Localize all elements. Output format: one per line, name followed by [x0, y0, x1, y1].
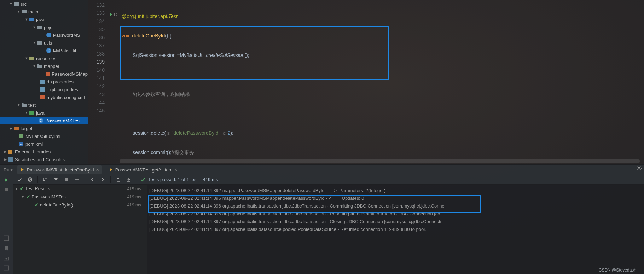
code-editor[interactable]: 132 133 134 135 136 137 138 139 140 141 …	[88, 0, 644, 164]
test-node-label: Test Results	[25, 186, 50, 191]
inspect-icon[interactable]	[3, 265, 10, 271]
todo-icon[interactable]	[3, 235, 10, 241]
tree-label: MyBatisStudy.iml	[25, 134, 60, 139]
tree-node-target[interactable]: ▶ target	[0, 124, 88, 132]
tree-node-extlib[interactable]: ▶ External Libraries	[0, 148, 88, 156]
override-icon	[114, 13, 117, 16]
test-folder-icon	[29, 110, 35, 116]
test-root[interactable]: ▼✔Test Results 419 ms	[13, 185, 147, 193]
skip-button[interactable]	[25, 176, 35, 183]
bookmark-icon[interactable]	[3, 245, 10, 251]
svg-rect-25	[4, 236, 9, 241]
tree-node-java-test[interactable]: ▼ java	[0, 109, 88, 117]
code-body[interactable]: @org.junit.jupiter.api.Test void deleteO…	[122, 2, 249, 164]
run-tab-label: PasswordMSTest.getAllItem	[115, 167, 173, 173]
tree-label: main	[28, 9, 38, 14]
maven-icon: m	[18, 141, 24, 147]
tree-node-iml[interactable]: MyBatisStudy.iml	[0, 132, 88, 140]
tree-label: utils	[44, 40, 52, 46]
xml-icon	[45, 71, 50, 77]
tree-node-resources[interactable]: ▼ resources	[0, 54, 88, 62]
check-button[interactable]	[15, 176, 24, 183]
scratches-icon	[8, 157, 13, 162]
editor-scrollbar[interactable]	[120, 159, 640, 163]
tree-node-mybatisconfig[interactable]: mybatis-config.xml	[0, 93, 88, 101]
tree-node-passwordmstest[interactable]: C PasswordMSTest	[0, 117, 88, 124]
rerun-button[interactable]	[2, 176, 10, 184]
properties-icon	[40, 79, 45, 84]
run-panel-header: Run: PasswordMSTest.deleteOneById × Pass…	[0, 165, 644, 175]
tree-node-main[interactable]: ▼ main	[0, 8, 88, 16]
tree-node-pojo[interactable]: ▼ pojo	[0, 23, 88, 31]
tree-label: Scratches and Consoles	[15, 157, 65, 162]
tests-status: Tests passed: 1 of 1 test – 419 ms	[148, 177, 218, 182]
annotation: @org.junit.jupiter.api.	[122, 13, 168, 19]
tree-node-java[interactable]: ▼ java	[0, 16, 88, 23]
class-icon: C	[38, 118, 44, 123]
folder-icon	[21, 9, 27, 14]
tree-node-passwordms[interactable]: C PasswordMS	[0, 31, 88, 39]
tree-label: java	[36, 17, 45, 22]
comment: //提交事务	[172, 150, 194, 155]
tree-label: log4j.properties	[47, 87, 78, 92]
console-output[interactable]: [DEBUG] 2023-08-22 02:41:14,892 mapper.P…	[147, 185, 644, 274]
tree-label: PasswordMSMap	[52, 71, 88, 77]
folder-icon	[37, 63, 42, 69]
filter-button[interactable]	[51, 176, 60, 183]
tree-node-log4jprops[interactable]: log4j.properties	[0, 86, 88, 93]
svg-point-18	[114, 13, 117, 16]
console-text: [DEBUG] 2023-08-22 02:41:14,892 mapper.P…	[149, 187, 642, 233]
run-gutter-icon[interactable]	[109, 12, 113, 17]
tree-label: resources	[36, 56, 56, 61]
tree-node-mybatisutil[interactable]: C MyBatisUtil	[0, 47, 88, 54]
tree-label: External Libraries	[15, 149, 51, 155]
run-label: Run:	[4, 167, 13, 173]
folder-icon	[13, 1, 19, 7]
next-button[interactable]	[98, 176, 108, 183]
test-time: 419 ms	[127, 186, 141, 191]
expand-button[interactable]	[62, 176, 71, 183]
svg-rect-7	[40, 95, 45, 99]
svg-marker-19	[21, 168, 24, 171]
tree-node-scratches[interactable]: ▶ Scratches and Consoles	[0, 156, 88, 163]
export-button[interactable]	[114, 176, 123, 183]
tree-label: pojo	[44, 25, 53, 30]
gutter-icons	[109, 0, 121, 18]
tree-node-mapper[interactable]: ▼ mapper	[0, 62, 88, 70]
tree-node-dbprops[interactable]: db.properties	[0, 78, 88, 86]
collapse-button[interactable]	[72, 176, 82, 183]
test-tree[interactable]: ▼✔Test Results 419 ms ▼✔PasswordMSTest 4…	[13, 185, 147, 274]
run-tab-label: PasswordMSTest.deleteOneById	[27, 167, 94, 173]
import-button[interactable]	[124, 176, 133, 183]
tree-node-test[interactable]: ▼ test	[0, 101, 88, 109]
sort-button[interactable]	[41, 176, 50, 183]
tree-label: java	[36, 110, 45, 116]
tree-node-pom[interactable]: m pom.xml	[0, 140, 88, 148]
comment: //传入参数查询，返回结果	[133, 91, 190, 97]
resources-folder-icon	[29, 56, 35, 61]
tree-node-src[interactable]: ▼ src	[0, 0, 88, 8]
library-icon	[8, 149, 13, 155]
stop-button[interactable]	[2, 185, 10, 193]
svg-point-29	[638, 168, 640, 169]
svg-rect-13	[8, 150, 10, 154]
svg-rect-6	[40, 87, 45, 92]
tree-node-passwordmsmap[interactable]: PasswordMSMap	[0, 70, 88, 78]
project-tree[interactable]: ▼ src ▼ main ▼ java ▼ pojo C PasswordMS …	[0, 0, 88, 164]
close-icon[interactable]: ×	[175, 167, 178, 173]
svg-rect-5	[40, 80, 45, 84]
svg-marker-21	[5, 178, 8, 182]
settings-icon[interactable]	[636, 165, 642, 171]
run-tab-getallitem[interactable]: PasswordMSTest.getAllItem ×	[106, 165, 180, 174]
camera-icon[interactable]	[3, 255, 10, 261]
svg-rect-22	[5, 188, 8, 191]
test-time: 419 ms	[127, 203, 141, 208]
prev-button[interactable]	[88, 176, 97, 183]
tree-node-utils[interactable]: ▼ utils	[0, 39, 88, 47]
tree-label: src	[21, 1, 27, 7]
test-node-label: deleteOneById()	[40, 202, 74, 208]
close-icon[interactable]: ×	[96, 167, 99, 173]
run-tab-deleteonebyid[interactable]: PasswordMSTest.deleteOneById ×	[17, 165, 101, 174]
test-class-node[interactable]: ▼✔PasswordMSTest 419 ms	[13, 193, 147, 201]
test-method-node[interactable]: ✔deleteOneById() 419 ms	[13, 201, 147, 209]
